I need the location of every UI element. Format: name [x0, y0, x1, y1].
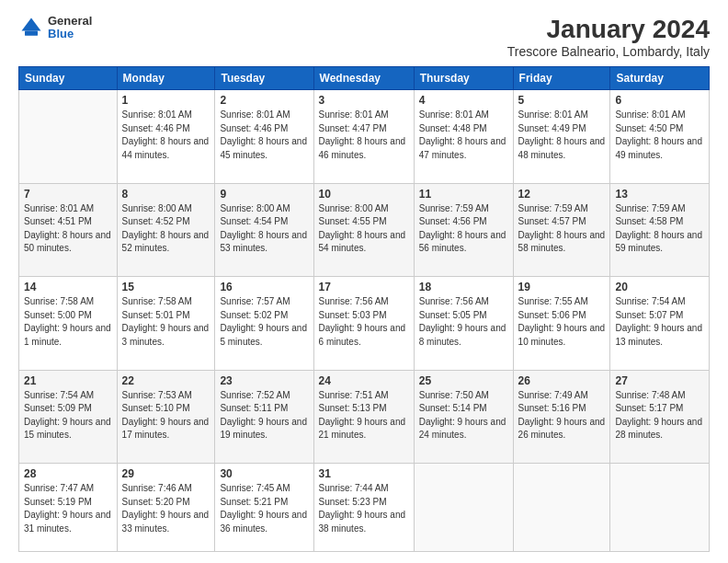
- calendar-cell: 17Sunrise: 7:56 AMSunset: 5:03 PMDayligh…: [313, 277, 414, 371]
- calendar-cell: 12Sunrise: 7:59 AMSunset: 4:57 PMDayligh…: [513, 183, 610, 277]
- page-title: January 2024: [507, 15, 710, 44]
- day-info: Sunrise: 8:00 AMSunset: 4:54 PMDaylight:…: [220, 202, 308, 256]
- header-cell-friday: Friday: [513, 67, 610, 90]
- header-row: SundayMondayTuesdayWednesdayThursdayFrid…: [19, 67, 710, 90]
- calendar-cell: 3Sunrise: 8:01 AMSunset: 4:47 PMDaylight…: [313, 90, 414, 184]
- calendar-cell: 8Sunrise: 8:00 AMSunset: 4:52 PMDaylight…: [117, 183, 215, 277]
- calendar-body: 1Sunrise: 8:01 AMSunset: 4:46 PMDaylight…: [19, 90, 710, 552]
- week-row-2: 14Sunrise: 7:58 AMSunset: 5:00 PMDayligh…: [19, 277, 710, 371]
- calendar-cell: 15Sunrise: 7:58 AMSunset: 5:01 PMDayligh…: [117, 277, 215, 371]
- day-number: 6: [615, 94, 704, 107]
- day-number: 31: [319, 467, 409, 480]
- day-info: Sunrise: 7:58 AMSunset: 5:01 PMDaylight:…: [122, 295, 210, 349]
- day-info: Sunrise: 7:56 AMSunset: 5:05 PMDaylight:…: [419, 295, 508, 349]
- day-info: Sunrise: 7:59 AMSunset: 4:58 PMDaylight:…: [615, 202, 704, 256]
- calendar-cell: [610, 464, 710, 552]
- day-number: 1: [122, 94, 210, 107]
- day-info: Sunrise: 8:01 AMSunset: 4:46 PMDaylight:…: [220, 109, 308, 162]
- day-info: Sunrise: 7:56 AMSunset: 5:03 PMDaylight:…: [319, 295, 409, 349]
- day-info: Sunrise: 7:55 AMSunset: 5:06 PMDaylight:…: [518, 295, 606, 349]
- calendar-table: SundayMondayTuesdayWednesdayThursdayFrid…: [18, 66, 710, 552]
- day-info: Sunrise: 8:01 AMSunset: 4:50 PMDaylight:…: [615, 109, 704, 162]
- week-row-1: 7Sunrise: 8:01 AMSunset: 4:51 PMDaylight…: [19, 183, 710, 277]
- calendar-cell: [19, 90, 118, 184]
- day-info: Sunrise: 8:01 AMSunset: 4:46 PMDaylight:…: [122, 109, 210, 162]
- day-number: 3: [319, 94, 409, 107]
- day-info: Sunrise: 8:01 AMSunset: 4:47 PMDaylight:…: [319, 109, 409, 162]
- day-info: Sunrise: 7:57 AMSunset: 5:02 PMDaylight:…: [220, 295, 308, 349]
- day-number: 2: [220, 94, 308, 107]
- logo-blue-text: Blue: [48, 28, 92, 40]
- header-cell-sunday: Sunday: [19, 67, 118, 90]
- day-number: 26: [518, 374, 606, 387]
- calendar-cell: 30Sunrise: 7:45 AMSunset: 5:21 PMDayligh…: [215, 464, 313, 552]
- calendar-cell: 13Sunrise: 7:59 AMSunset: 4:58 PMDayligh…: [610, 183, 710, 277]
- day-number: 9: [220, 188, 308, 201]
- title-block: January 2024 Trescore Balneario, Lombard…: [507, 15, 710, 59]
- calendar-cell: 24Sunrise: 7:51 AMSunset: 5:13 PMDayligh…: [313, 370, 414, 464]
- day-number: 24: [319, 374, 409, 387]
- day-number: 4: [419, 94, 508, 107]
- header-cell-saturday: Saturday: [610, 67, 710, 90]
- day-info: Sunrise: 8:00 AMSunset: 4:52 PMDaylight:…: [122, 202, 210, 256]
- logo-text: General Blue: [48, 15, 92, 41]
- header-cell-wednesday: Wednesday: [313, 67, 414, 90]
- day-info: Sunrise: 7:53 AMSunset: 5:10 PMDaylight:…: [122, 389, 210, 442]
- day-info: Sunrise: 7:50 AMSunset: 5:14 PMDaylight:…: [419, 389, 508, 442]
- logo-icon: [18, 15, 44, 40]
- calendar-cell: 25Sunrise: 7:50 AMSunset: 5:14 PMDayligh…: [414, 370, 513, 464]
- header-cell-thursday: Thursday: [414, 67, 513, 90]
- day-number: 17: [319, 281, 409, 293]
- day-number: 20: [615, 281, 704, 293]
- day-info: Sunrise: 7:47 AMSunset: 5:19 PMDaylight:…: [24, 482, 112, 535]
- day-info: Sunrise: 7:46 AMSunset: 5:20 PMDaylight:…: [122, 482, 210, 535]
- day-number: 27: [615, 374, 704, 387]
- page-subtitle: Trescore Balneario, Lombardy, Italy: [507, 44, 710, 59]
- calendar-cell: 1Sunrise: 8:01 AMSunset: 4:46 PMDaylight…: [117, 90, 215, 184]
- calendar-cell: 31Sunrise: 7:44 AMSunset: 5:23 PMDayligh…: [313, 464, 414, 552]
- day-info: Sunrise: 7:54 AMSunset: 5:09 PMDaylight:…: [24, 389, 112, 442]
- calendar-cell: 5Sunrise: 8:01 AMSunset: 4:49 PMDaylight…: [513, 90, 610, 184]
- page: General Blue January 2024 Trescore Balne…: [0, 0, 728, 563]
- day-info: Sunrise: 7:49 AMSunset: 5:16 PMDaylight:…: [518, 389, 606, 442]
- day-info: Sunrise: 7:59 AMSunset: 4:57 PMDaylight:…: [518, 202, 606, 256]
- calendar-cell: 19Sunrise: 7:55 AMSunset: 5:06 PMDayligh…: [513, 277, 610, 371]
- calendar-cell: 28Sunrise: 7:47 AMSunset: 5:19 PMDayligh…: [19, 464, 118, 552]
- calendar-cell: 16Sunrise: 7:57 AMSunset: 5:02 PMDayligh…: [215, 277, 313, 371]
- day-number: 15: [122, 281, 210, 293]
- week-row-4: 28Sunrise: 7:47 AMSunset: 5:19 PMDayligh…: [19, 464, 710, 552]
- calendar-cell: 6Sunrise: 8:01 AMSunset: 4:50 PMDaylight…: [610, 90, 710, 184]
- calendar-cell: 20Sunrise: 7:54 AMSunset: 5:07 PMDayligh…: [610, 277, 710, 371]
- day-number: 13: [615, 188, 704, 201]
- day-number: 21: [24, 374, 112, 387]
- day-number: 29: [122, 467, 210, 480]
- calendar-cell: 21Sunrise: 7:54 AMSunset: 5:09 PMDayligh…: [19, 370, 118, 464]
- day-number: 12: [518, 188, 606, 201]
- logo: General Blue: [18, 15, 92, 41]
- day-number: 23: [220, 374, 308, 387]
- day-number: 25: [419, 374, 508, 387]
- day-number: 18: [419, 281, 508, 293]
- header-cell-monday: Monday: [117, 67, 215, 90]
- svg-marker-0: [22, 18, 41, 31]
- header: General Blue January 2024 Trescore Balne…: [18, 15, 710, 59]
- day-number: 11: [419, 188, 508, 201]
- day-info: Sunrise: 7:48 AMSunset: 5:17 PMDaylight:…: [615, 389, 704, 442]
- calendar-cell: [414, 464, 513, 552]
- calendar-cell: 29Sunrise: 7:46 AMSunset: 5:20 PMDayligh…: [117, 464, 215, 552]
- day-number: 16: [220, 281, 308, 293]
- day-info: Sunrise: 7:54 AMSunset: 5:07 PMDaylight:…: [615, 295, 704, 349]
- calendar-cell: 22Sunrise: 7:53 AMSunset: 5:10 PMDayligh…: [117, 370, 215, 464]
- day-info: Sunrise: 8:01 AMSunset: 4:49 PMDaylight:…: [518, 109, 606, 162]
- day-number: 30: [220, 467, 308, 480]
- day-info: Sunrise: 7:58 AMSunset: 5:00 PMDaylight:…: [24, 295, 112, 349]
- day-number: 22: [122, 374, 210, 387]
- calendar-cell: 26Sunrise: 7:49 AMSunset: 5:16 PMDayligh…: [513, 370, 610, 464]
- day-number: 28: [24, 467, 112, 480]
- calendar-header: SundayMondayTuesdayWednesdayThursdayFrid…: [19, 67, 710, 90]
- calendar-cell: 14Sunrise: 7:58 AMSunset: 5:00 PMDayligh…: [19, 277, 118, 371]
- day-info: Sunrise: 7:59 AMSunset: 4:56 PMDaylight:…: [419, 202, 508, 256]
- calendar-cell: 7Sunrise: 8:01 AMSunset: 4:51 PMDaylight…: [19, 183, 118, 277]
- week-row-3: 21Sunrise: 7:54 AMSunset: 5:09 PMDayligh…: [19, 370, 710, 464]
- calendar-cell: 23Sunrise: 7:52 AMSunset: 5:11 PMDayligh…: [215, 370, 313, 464]
